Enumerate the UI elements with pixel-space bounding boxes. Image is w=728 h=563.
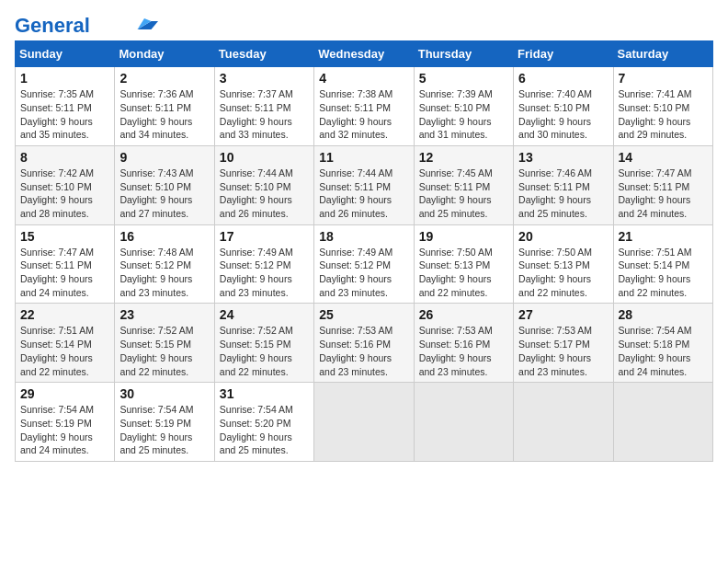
day-info: Sunrise: 7:47 AMSunset: 5:11 PMDaylight:… <box>619 167 708 221</box>
calendar-day-cell: 30Sunrise: 7:54 AMSunset: 5:19 PMDayligh… <box>115 383 214 462</box>
day-number: 30 <box>119 386 209 401</box>
day-number: 15 <box>20 229 109 244</box>
calendar-day-cell: 19Sunrise: 7:50 AMSunset: 5:13 PMDayligh… <box>414 224 513 304</box>
day-number: 13 <box>518 150 608 165</box>
day-number: 4 <box>319 71 408 86</box>
calendar-day-cell: 17Sunrise: 7:49 AMSunset: 5:12 PMDayligh… <box>214 224 313 304</box>
weekday-header: Tuesday <box>214 41 313 67</box>
logo-text: General <box>15 15 90 37</box>
day-info: Sunrise: 7:52 AMSunset: 5:15 PMDaylight:… <box>119 324 209 378</box>
day-info: Sunrise: 7:52 AMSunset: 5:15 PMDaylight:… <box>220 324 309 378</box>
day-info: Sunrise: 7:41 AMSunset: 5:10 PMDaylight:… <box>619 87 708 142</box>
calendar-day-cell: 10Sunrise: 7:44 AMSunset: 5:10 PMDayligh… <box>214 145 313 224</box>
calendar-day-cell: 16Sunrise: 7:48 AMSunset: 5:12 PMDayligh… <box>115 224 214 304</box>
calendar-empty-cell <box>613 383 712 462</box>
calendar-day-cell: 20Sunrise: 7:50 AMSunset: 5:13 PMDayligh… <box>514 224 613 304</box>
day-info: Sunrise: 7:45 AMSunset: 5:11 PMDaylight:… <box>419 167 508 221</box>
calendar-day-cell: 7Sunrise: 7:41 AMSunset: 5:10 PMDaylight… <box>613 67 712 146</box>
day-number: 10 <box>220 150 309 165</box>
day-info: Sunrise: 7:54 AMSunset: 5:19 PMDaylight:… <box>20 403 109 457</box>
calendar-week-row: 1Sunrise: 7:35 AMSunset: 5:11 PMDaylight… <box>16 67 713 146</box>
day-info: Sunrise: 7:43 AMSunset: 5:10 PMDaylight:… <box>119 167 209 221</box>
calendar-empty-cell <box>314 383 414 462</box>
weekday-header: Saturday <box>613 41 712 67</box>
calendar-empty-cell <box>514 383 613 462</box>
day-number: 17 <box>220 229 309 244</box>
day-info: Sunrise: 7:50 AMSunset: 5:13 PMDaylight:… <box>518 246 608 300</box>
calendar-day-cell: 23Sunrise: 7:52 AMSunset: 5:15 PMDayligh… <box>115 304 214 383</box>
day-number: 16 <box>119 229 209 244</box>
weekday-header: Thursday <box>414 41 513 67</box>
day-number: 22 <box>20 307 109 322</box>
calendar-day-cell: 4Sunrise: 7:38 AMSunset: 5:11 PMDaylight… <box>314 67 414 146</box>
day-number: 5 <box>419 71 508 86</box>
day-number: 2 <box>119 71 209 86</box>
day-info: Sunrise: 7:51 AMSunset: 5:14 PMDaylight:… <box>20 324 109 378</box>
day-info: Sunrise: 7:48 AMSunset: 5:12 PMDaylight:… <box>119 246 209 300</box>
day-number: 11 <box>319 150 408 165</box>
day-number: 18 <box>319 229 408 244</box>
day-info: Sunrise: 7:42 AMSunset: 5:10 PMDaylight:… <box>20 167 109 221</box>
day-number: 21 <box>619 229 708 244</box>
weekday-header: Sunday <box>16 41 115 67</box>
calendar-day-cell: 5Sunrise: 7:39 AMSunset: 5:10 PMDaylight… <box>414 67 513 146</box>
calendar-day-cell: 6Sunrise: 7:40 AMSunset: 5:10 PMDaylight… <box>514 67 613 146</box>
calendar-week-row: 29Sunrise: 7:54 AMSunset: 5:19 PMDayligh… <box>16 383 713 462</box>
calendar-day-cell: 9Sunrise: 7:43 AMSunset: 5:10 PMDaylight… <box>115 145 214 224</box>
day-number: 25 <box>319 307 408 322</box>
calendar-day-cell: 18Sunrise: 7:49 AMSunset: 5:12 PMDayligh… <box>314 224 414 304</box>
calendar-day-cell: 11Sunrise: 7:44 AMSunset: 5:11 PMDayligh… <box>314 145 414 224</box>
day-number: 12 <box>419 150 508 165</box>
day-info: Sunrise: 7:44 AMSunset: 5:10 PMDaylight:… <box>220 167 309 221</box>
day-info: Sunrise: 7:44 AMSunset: 5:11 PMDaylight:… <box>319 167 408 221</box>
weekday-header: Wednesday <box>314 41 414 67</box>
calendar-header-row: SundayMondayTuesdayWednesdayThursdayFrid… <box>16 41 713 67</box>
calendar-day-cell: 14Sunrise: 7:47 AMSunset: 5:11 PMDayligh… <box>613 145 712 224</box>
day-info: Sunrise: 7:47 AMSunset: 5:11 PMDaylight:… <box>20 246 109 300</box>
day-info: Sunrise: 7:53 AMSunset: 5:16 PMDaylight:… <box>419 324 508 378</box>
calendar-day-cell: 15Sunrise: 7:47 AMSunset: 5:11 PMDayligh… <box>16 224 115 304</box>
day-number: 14 <box>619 150 708 165</box>
calendar-day-cell: 24Sunrise: 7:52 AMSunset: 5:15 PMDayligh… <box>214 304 313 383</box>
day-info: Sunrise: 7:35 AMSunset: 5:11 PMDaylight:… <box>20 87 109 142</box>
calendar-empty-cell <box>414 383 513 462</box>
day-number: 29 <box>20 386 109 401</box>
day-number: 20 <box>518 229 608 244</box>
calendar-day-cell: 28Sunrise: 7:54 AMSunset: 5:18 PMDayligh… <box>613 304 712 383</box>
calendar-day-cell: 27Sunrise: 7:53 AMSunset: 5:17 PMDayligh… <box>514 304 613 383</box>
day-info: Sunrise: 7:38 AMSunset: 5:11 PMDaylight:… <box>319 87 408 142</box>
weekday-header: Monday <box>115 41 214 67</box>
logo: General <box>15 15 158 31</box>
calendar-table: SundayMondayTuesdayWednesdayThursdayFrid… <box>15 40 713 462</box>
calendar-week-row: 8Sunrise: 7:42 AMSunset: 5:10 PMDaylight… <box>16 145 713 224</box>
day-info: Sunrise: 7:36 AMSunset: 5:11 PMDaylight:… <box>119 87 209 142</box>
day-number: 8 <box>20 150 109 165</box>
calendar-day-cell: 1Sunrise: 7:35 AMSunset: 5:11 PMDaylight… <box>16 67 115 146</box>
day-info: Sunrise: 7:46 AMSunset: 5:11 PMDaylight:… <box>518 167 608 221</box>
day-number: 1 <box>20 71 109 86</box>
day-info: Sunrise: 7:40 AMSunset: 5:10 PMDaylight:… <box>518 87 608 142</box>
day-number: 23 <box>119 307 209 322</box>
calendar-day-cell: 2Sunrise: 7:36 AMSunset: 5:11 PMDaylight… <box>115 67 214 146</box>
calendar-week-row: 15Sunrise: 7:47 AMSunset: 5:11 PMDayligh… <box>16 224 713 304</box>
day-info: Sunrise: 7:39 AMSunset: 5:10 PMDaylight:… <box>419 87 508 142</box>
day-info: Sunrise: 7:54 AMSunset: 5:19 PMDaylight:… <box>119 403 209 457</box>
calendar-day-cell: 22Sunrise: 7:51 AMSunset: 5:14 PMDayligh… <box>16 304 115 383</box>
calendar-day-cell: 8Sunrise: 7:42 AMSunset: 5:10 PMDaylight… <box>16 145 115 224</box>
day-number: 31 <box>220 386 309 401</box>
calendar-day-cell: 21Sunrise: 7:51 AMSunset: 5:14 PMDayligh… <box>613 224 712 304</box>
calendar-body: 1Sunrise: 7:35 AMSunset: 5:11 PMDaylight… <box>16 67 713 462</box>
calendar-week-row: 22Sunrise: 7:51 AMSunset: 5:14 PMDayligh… <box>16 304 713 383</box>
day-info: Sunrise: 7:37 AMSunset: 5:11 PMDaylight:… <box>220 87 309 142</box>
calendar-day-cell: 12Sunrise: 7:45 AMSunset: 5:11 PMDayligh… <box>414 145 513 224</box>
calendar-day-cell: 3Sunrise: 7:37 AMSunset: 5:11 PMDaylight… <box>214 67 313 146</box>
day-info: Sunrise: 7:53 AMSunset: 5:16 PMDaylight:… <box>319 324 408 378</box>
day-number: 24 <box>220 307 309 322</box>
calendar-day-cell: 13Sunrise: 7:46 AMSunset: 5:11 PMDayligh… <box>514 145 613 224</box>
day-info: Sunrise: 7:54 AMSunset: 5:20 PMDaylight:… <box>220 403 309 457</box>
day-info: Sunrise: 7:54 AMSunset: 5:18 PMDaylight:… <box>619 324 708 378</box>
calendar-day-cell: 26Sunrise: 7:53 AMSunset: 5:16 PMDayligh… <box>414 304 513 383</box>
day-number: 3 <box>220 71 309 86</box>
day-number: 26 <box>419 307 508 322</box>
day-info: Sunrise: 7:53 AMSunset: 5:17 PMDaylight:… <box>518 324 608 378</box>
